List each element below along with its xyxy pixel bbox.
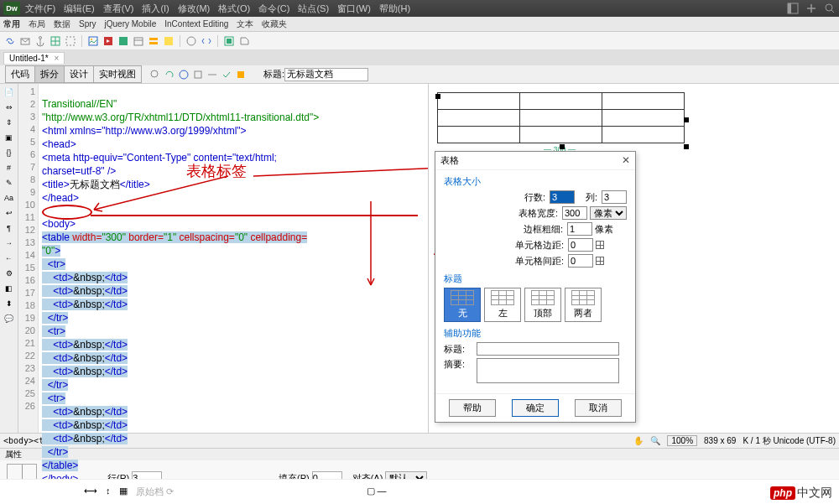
dialog-close-icon[interactable]: ✕ <box>622 154 630 167</box>
cols-input[interactable] <box>602 190 627 204</box>
collapse-tag-icon[interactable]: ⇔ <box>3 101 16 114</box>
panel-header[interactable]: 属性 <box>0 449 839 460</box>
tag-chooser-icon[interactable] <box>237 34 251 48</box>
email-link-icon[interactable] <box>18 34 32 48</box>
cancel-button[interactable]: 取消 <box>575 399 622 417</box>
border-input[interactable] <box>567 222 592 236</box>
convert-widths-pct-icon[interactable]: 原始档 ⟳ <box>136 486 174 498</box>
recent-snippets-icon[interactable]: ◧ <box>3 282 16 295</box>
validate-icon[interactable] <box>235 69 247 81</box>
header-none-option[interactable]: 无 <box>444 288 481 322</box>
resize-handle[interactable] <box>684 144 689 149</box>
menu-format[interactable]: 格式(O) <box>218 3 250 15</box>
syntax-icon[interactable]: Aa <box>3 191 16 205</box>
tooltab-text[interactable]: 文本 <box>237 18 253 30</box>
view-split-button[interactable]: 拆分 <box>34 65 65 83</box>
visual-aids-icon[interactable] <box>206 69 218 81</box>
table-icon[interactable] <box>49 34 62 48</box>
menu-command[interactable]: 命令(C) <box>258 3 289 15</box>
server-icon[interactable] <box>147 34 160 48</box>
open-docs-icon[interactable]: 📄 <box>3 86 16 99</box>
width-unit-select[interactable]: 像素 <box>590 206 627 220</box>
menu-edit[interactable]: 编辑(E) <box>64 3 95 15</box>
script-icon[interactable] <box>200 34 213 48</box>
menu-window[interactable]: 窗口(W) <box>337 3 371 15</box>
zoom-tool-icon[interactable]: 🔍 <box>650 436 660 445</box>
search-icon[interactable] <box>824 3 836 14</box>
tooltab-incontext[interactable]: InContext Editing <box>164 19 228 29</box>
outdent-icon[interactable]: ← <box>3 252 16 265</box>
header-left-option[interactable]: 左 <box>484 288 521 322</box>
inspect-icon[interactable] <box>149 69 161 81</box>
layout-icon[interactable] <box>787 3 799 14</box>
caption-input[interactable] <box>477 342 619 356</box>
zoom-level[interactable]: 100% <box>667 435 697 446</box>
head-icon[interactable] <box>185 34 198 48</box>
preview-table[interactable] <box>437 92 685 143</box>
hand-tool-icon[interactable]: ✋ <box>633 436 644 445</box>
options-icon[interactable] <box>192 69 204 81</box>
header-both-option[interactable]: 两者 <box>565 288 602 322</box>
tooltab-data[interactable]: 数据 <box>54 18 70 30</box>
help-button[interactable]: 帮助 <box>449 399 496 417</box>
resize-handle[interactable] <box>435 94 440 99</box>
ok-button[interactable]: 确定 <box>512 399 559 417</box>
indent-icon[interactable]: → <box>3 236 16 250</box>
comment-icon[interactable]: 💬 <box>3 312 16 325</box>
tooltab-jquery[interactable]: jQuery Mobile <box>105 19 157 29</box>
browser-icon[interactable] <box>178 69 190 81</box>
menu-file[interactable]: 文件(F) <box>25 3 55 15</box>
cellspace-input[interactable] <box>568 254 593 268</box>
refresh-icon[interactable] <box>164 69 175 81</box>
resize-handle[interactable] <box>560 144 565 149</box>
clear-col-widths-icon[interactable]: ⟷ <box>84 486 97 498</box>
dialog-title: 表格 <box>440 154 459 167</box>
hyperlink-icon[interactable] <box>3 34 17 48</box>
select-parent-icon[interactable]: ▣ <box>3 131 16 144</box>
width-input[interactable] <box>562 206 587 220</box>
menu-site[interactable]: 站点(S) <box>298 3 329 15</box>
word-wrap-icon[interactable]: ↩ <box>3 206 16 220</box>
tooltab-common[interactable]: 常用 <box>3 18 20 30</box>
view-live-button[interactable]: 实时视图 <box>93 65 142 83</box>
tooltab-layout[interactable]: 布局 <box>29 18 45 30</box>
convert-widths-px-icon[interactable]: ▦ <box>119 486 128 498</box>
resize-handle[interactable] <box>684 117 689 122</box>
line-numbers-icon[interactable]: # <box>3 161 16 174</box>
menu-help[interactable]: 帮助(H) <box>379 3 410 15</box>
bg-color-icon[interactable]: ▢ — <box>367 486 387 498</box>
summary-textarea[interactable] <box>477 358 619 383</box>
view-code-button[interactable]: 代码 <box>5 65 35 83</box>
cellpad-input[interactable] <box>568 238 593 252</box>
media-icon[interactable] <box>102 34 115 48</box>
close-tab-icon[interactable]: × <box>54 54 59 63</box>
hidden-chars-icon[interactable]: ¶ <box>3 221 16 235</box>
anchor-icon[interactable] <box>34 34 47 48</box>
highlight-icon[interactable]: ✎ <box>3 176 16 190</box>
section-size-label: 表格大小 <box>444 175 627 188</box>
clear-row-heights-icon[interactable]: ↕ <box>106 486 111 498</box>
move-css-icon[interactable]: ⬍ <box>3 297 16 310</box>
date-icon[interactable] <box>132 34 145 48</box>
title-input[interactable] <box>284 68 368 81</box>
view-design-button[interactable]: 设计 <box>64 65 94 83</box>
widget-icon[interactable] <box>117 34 130 48</box>
templates-icon[interactable] <box>222 34 236 48</box>
code-editor[interactable]: Transitional//EN" "http://www.w3.org/TR/… <box>39 84 428 433</box>
comment-icon[interactable] <box>162 34 175 48</box>
header-top-option[interactable]: 顶部 <box>524 288 561 322</box>
document-tab[interactable]: Untitled-1* × <box>3 52 65 64</box>
tooltab-spry[interactable]: Spry <box>79 19 96 29</box>
expand-icon[interactable] <box>805 3 817 14</box>
balance-braces-icon[interactable]: {} <box>3 146 16 159</box>
div-icon[interactable] <box>64 34 77 48</box>
format-icon[interactable]: ⚙ <box>3 267 16 280</box>
image-icon[interactable] <box>86 34 100 48</box>
menu-view[interactable]: 查看(V) <box>103 3 134 15</box>
check-icon[interactable] <box>221 69 232 81</box>
expand-all-icon[interactable]: ⇕ <box>3 116 16 129</box>
menu-insert[interactable]: 插入(I) <box>142 3 169 15</box>
menu-modify[interactable]: 修改(M) <box>178 3 211 15</box>
rows-input[interactable] <box>550 190 575 204</box>
tooltab-fav[interactable]: 收藏夹 <box>262 18 287 30</box>
